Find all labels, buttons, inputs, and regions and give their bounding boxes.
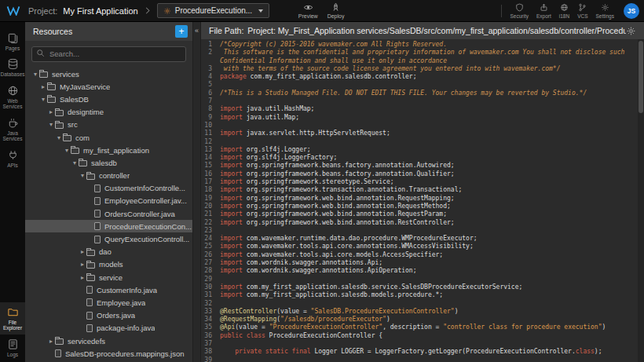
file-icon — [86, 298, 93, 306]
tree-item-orderscontroller-java[interactable]: OrdersController.java — [25, 207, 192, 220]
line-number: 6 — [201, 90, 220, 97]
file-icon — [86, 324, 93, 332]
tree-item-label: designtime — [68, 108, 104, 116]
chevron-down-icon[interactable]: ▾ — [63, 147, 71, 154]
security-button[interactable]: Security — [510, 3, 528, 19]
scrollbar-thumb[interactable] — [639, 41, 643, 113]
sidebar-item-databases[interactable]: Databases — [0, 54, 25, 80]
code-line: 11import javax.servlet.http.HttpServletR… — [201, 130, 644, 137]
tree-item-salesdb-procedures-mappings-json[interactable]: SalesDB-procedures.mappings.json — [25, 347, 192, 360]
editor-settings-gear-icon[interactable] — [626, 26, 636, 36]
chevron-right-icon[interactable]: ▸ — [79, 248, 86, 255]
i18n-button[interactable]: i18N — [559, 3, 569, 19]
sidebar-item-file-explorer[interactable]: File Explorer — [0, 302, 25, 335]
tree-item-customerinfo-java[interactable]: CustomerInfo.java — [25, 283, 192, 296]
open-file-selector-dropdown[interactable]: ProcedureExecution... — [157, 3, 269, 18]
tree-item-services[interactable]: ▾services — [25, 68, 192, 80]
tree-item-customerinfocontrolle[interactable]: CustomerInfoControlle... — [25, 182, 192, 195]
tree-item-label: my_first_application — [83, 146, 149, 155]
line-number: 30 — [201, 283, 220, 291]
tree-item-label: QueryExecutionControll... — [104, 235, 189, 243]
chevron-down-icon[interactable]: ▾ — [31, 71, 39, 78]
tree-item-queryexecutioncontroll[interactable]: QueryExecutionControll... — [25, 232, 192, 245]
chevron-down-icon[interactable]: ▾ — [71, 159, 79, 166]
branch-icon — [578, 3, 587, 12]
line-number: 3 — [201, 65, 220, 73]
tree-item-employee-java[interactable]: Employee.java — [25, 296, 192, 309]
preview-button[interactable]: Preview — [298, 2, 318, 19]
collapse-left-icon[interactable]: « — [193, 22, 200, 35]
tree-item-label: package-info.java — [97, 324, 155, 332]
tree-item-designtime[interactable]: ▸designtime — [25, 106, 192, 119]
chevron-right-icon[interactable]: ▸ — [47, 338, 55, 345]
panel-collapse-handle[interactable]: « — [192, 22, 201, 362]
code-line-text — [220, 138, 644, 146]
export-icon — [540, 3, 548, 12]
chevron-right-icon[interactable]: ▸ — [47, 108, 55, 115]
line-number: 21 — [201, 210, 220, 218]
sidebar-item-label: File Explorer — [1, 320, 24, 331]
sidebar-item-web-services[interactable]: Web Services — [0, 81, 25, 113]
sidebar-item-apis[interactable]: APIs — [0, 145, 25, 171]
chevron-right-icon[interactable]: ▸ — [79, 274, 86, 281]
chevron-down-icon[interactable]: ▾ — [47, 121, 55, 128]
resources-title: Resources — [33, 27, 175, 36]
vcs-button[interactable]: VCS — [577, 3, 587, 19]
tree-item-orders-java[interactable]: Orders.java — [25, 309, 192, 322]
sidebar-item-logs[interactable]: Logs — [0, 335, 25, 360]
tree-item-dao[interactable]: ▸dao — [25, 246, 192, 258]
code-line: 5 — [201, 81, 644, 89]
tree-item-label: SalesDB — [60, 95, 89, 104]
editor-scrollbar[interactable] — [638, 39, 644, 362]
code-editor[interactable]: 1/*Copyright (c) 2015-2016 wavemaker.com… — [201, 39, 644, 362]
chevron-down-icon[interactable]: ▾ — [39, 96, 47, 103]
code-line-text: import java.util.Map; — [220, 114, 644, 122]
code-line: 1/*Copyright (c) 2015-2016 wavemaker.com… — [201, 41, 644, 49]
wavemaker-logo-icon[interactable] — [6, 5, 20, 16]
tree-item-models[interactable]: ▸models — [25, 258, 192, 271]
tree-item-procedureexecutioncon[interactable]: ProcedureExecutionCon... — [25, 220, 192, 232]
code-line-text: import org.springframework.web.bind.anno… — [220, 203, 644, 210]
tree-item-employeecontroller-jav[interactable]: EmployeeController.jav... — [25, 195, 192, 207]
chevron-right-icon[interactable]: ▸ — [79, 261, 86, 268]
add-resource-button[interactable]: + — [175, 25, 188, 38]
chevron-down-icon[interactable]: ▾ — [79, 172, 86, 179]
chevron-right-icon[interactable]: ▸ — [39, 83, 47, 90]
line-number: 31 — [201, 291, 220, 299]
sidebar-item-pages[interactable]: Pages — [0, 28, 25, 54]
line-number: 7 — [201, 97, 220, 105]
breadcrumb: Project: My First Application — [28, 6, 138, 16]
file-icon — [94, 197, 101, 205]
code-line-text: @Api(value = "ProcedureExecutionControll… — [220, 324, 644, 331]
sidebar-item-label: Logs — [7, 352, 18, 357]
deploy-button[interactable]: Deploy — [327, 2, 345, 19]
tree-item-servicedefs[interactable]: ▸servicedefs — [25, 335, 192, 347]
tree-item-src[interactable]: ▾src — [25, 119, 192, 131]
line-number: 22 — [201, 219, 220, 227]
chevron-down-icon[interactable]: ▾ — [55, 134, 63, 141]
tree-item-myjavaservice[interactable]: ▸MyJavaService — [25, 80, 192, 93]
settings-button[interactable]: Settings — [596, 3, 615, 19]
web-services-icon — [7, 85, 19, 97]
java-file-icon — [163, 7, 171, 15]
code-line-text: import org.springframework.transaction.a… — [220, 186, 644, 194]
export-button[interactable]: Export — [536, 3, 551, 19]
tree-item-salesdb[interactable]: ▾SalesDB — [25, 93, 192, 105]
line-number: 23 — [201, 227, 220, 235]
sidebar-item-java-services[interactable]: Java Services — [0, 113, 25, 145]
code-line-text: import com.wordnik.swagger.annotations.A… — [220, 267, 644, 275]
tree-item-package-info-java[interactable]: package-info.java — [25, 322, 192, 335]
tree-item-controller[interactable]: ▾controller — [25, 170, 192, 182]
tree-item-com[interactable]: ▾com — [25, 131, 192, 144]
code-line: 33@RestController(value = "SalesDB.Proce… — [201, 308, 644, 316]
line-number: 32 — [201, 300, 220, 308]
tree-item-salesdb[interactable]: ▾salesdb — [25, 156, 192, 169]
preview-label: Preview — [298, 13, 318, 19]
file-icon — [94, 236, 101, 243]
code-line: 38 private static final Logger LOGGER = … — [201, 348, 644, 356]
search-input[interactable] — [31, 46, 186, 62]
tree-item-service[interactable]: ▸service — [25, 271, 192, 283]
user-avatar[interactable]: JS — [624, 3, 639, 19]
code-line: 8import java.util.HashMap; — [201, 105, 644, 113]
tree-item-my-first-application[interactable]: ▾my_first_application — [25, 144, 192, 156]
